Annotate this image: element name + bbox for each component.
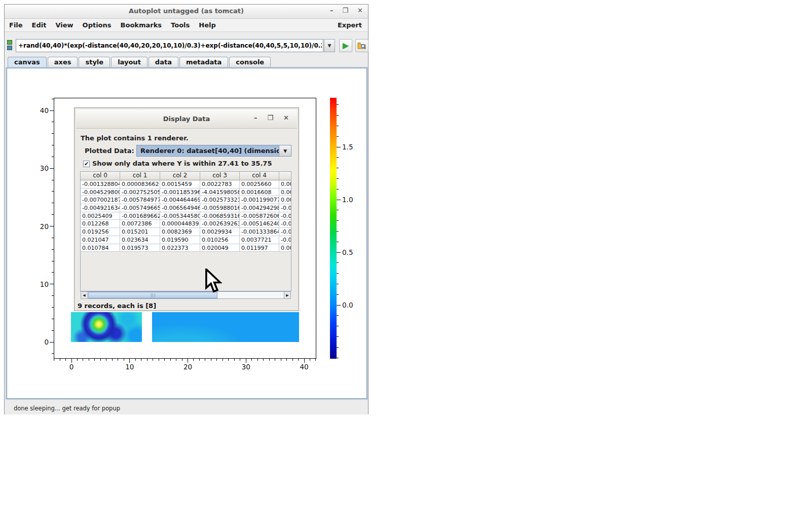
table-cell[interactable]: 0.010784 <box>81 244 120 252</box>
filter-checkbox[interactable]: ✔ <box>83 161 90 167</box>
table-cell[interactable]: 0.00 <box>279 188 291 197</box>
table-cell[interactable]: 0.0025660 <box>240 180 279 188</box>
table-cell[interactable]: 0.020049 <box>200 244 240 252</box>
table-cell[interactable]: 0.000083662 <box>120 180 160 188</box>
table-cell[interactable]: -0.005749665... <box>120 204 160 212</box>
table-header-cell[interactable]: col 3 <box>200 172 240 180</box>
tab-console[interactable]: console <box>229 57 271 67</box>
table-header-cell[interactable] <box>279 172 291 180</box>
table-cell[interactable]: 0.019573 <box>120 244 160 252</box>
tab-data[interactable]: data <box>149 57 178 67</box>
expert-label[interactable]: Expert <box>338 21 362 29</box>
table-cell[interactable]: -0.001333864... <box>240 228 279 236</box>
table-cell[interactable]: 0.000044839 <box>160 220 200 228</box>
table-cell[interactable]: 0.010256 <box>200 236 240 244</box>
tab-layout[interactable]: layout <box>111 57 148 67</box>
table-cell[interactable]: -4.041598058... <box>200 188 240 197</box>
window-titlebar[interactable]: Autoplot untagged (as tomcat) – ❐ ✕ <box>5 5 368 19</box>
tab-style[interactable]: style <box>79 57 110 67</box>
table-cell[interactable]: 0.0037721 <box>240 236 279 244</box>
table-row[interactable]: 0.0107840.0195730.0223730.0200490.011997… <box>81 244 291 252</box>
menu-edit[interactable]: Edit <box>27 21 51 29</box>
table-cell[interactable]: -0.0 <box>279 220 291 228</box>
table-cell[interactable]: 0.0022783 <box>200 180 240 188</box>
table-cell[interactable]: 0.022373 <box>160 244 200 252</box>
table-cell[interactable]: -0.002639263... <box>200 220 240 228</box>
dialog-maximize-icon[interactable]: ❐ <box>267 114 273 122</box>
table-cell[interactable]: -0.005344580... <box>160 212 200 220</box>
table-horizontal-scrollbar[interactable]: ◀ ▶ <box>81 291 291 299</box>
table-cell[interactable]: -0.006859316... <box>200 212 240 220</box>
table-cell[interactable]: 0.019590 <box>160 236 200 244</box>
table-cell[interactable]: -0.004464469... <box>160 196 200 204</box>
plot-canvas[interactable]: 0102030400102030401.51.00.50.0 Display D… <box>6 67 368 400</box>
table-header-cell[interactable]: col 2 <box>160 172 200 180</box>
scrollbar-thumb[interactable] <box>88 292 217 298</box>
table-row[interactable]: -0.007002187...-0.005784977...-0.0044644… <box>81 196 291 204</box>
table-cell[interactable]: 0.015201 <box>120 228 160 236</box>
table-header-cell[interactable]: col 1 <box>120 172 160 180</box>
table-cell[interactable]: -0.005146240... <box>240 220 279 228</box>
table-row[interactable]: -0.001328804...0.0000836620.00154590.002… <box>81 180 291 188</box>
table-cell[interactable]: -0.001328804... <box>81 180 120 188</box>
table-cell[interactable]: -0.0 <box>279 236 291 244</box>
uri-dropdown-icon[interactable]: ▼ <box>324 39 335 52</box>
maximize-icon[interactable]: ❐ <box>342 7 348 14</box>
table-cell[interactable]: -0.004921634... <box>81 204 120 212</box>
uri-input[interactable] <box>16 39 323 52</box>
dialog-titlebar[interactable]: Display Data – ❐ ✕ <box>76 109 297 129</box>
minimize-icon[interactable]: – <box>330 7 334 14</box>
menu-file[interactable]: File <box>5 21 27 29</box>
dialog-close-icon[interactable]: ✕ <box>283 114 289 122</box>
tab-metadata[interactable]: metadata <box>179 57 228 67</box>
table-cell[interactable]: 0.019256 <box>81 228 120 236</box>
menu-tools[interactable]: Tools <box>166 21 194 29</box>
table-cell[interactable]: -0.002573321... <box>200 196 240 204</box>
table-cell[interactable]: 0.0029934 <box>200 228 240 236</box>
table-header-cell[interactable]: col 4 <box>240 172 279 180</box>
table-cell[interactable]: -0.007002187... <box>81 196 120 204</box>
table-cell[interactable]: -0.005784977... <box>120 196 160 204</box>
menu-options[interactable]: Options <box>78 21 116 29</box>
table-cell[interactable]: 0.021047 <box>81 236 120 244</box>
table-cell[interactable]: 0.00 <box>279 196 291 204</box>
table-cell[interactable]: 0.023634 <box>120 236 160 244</box>
inspect-uri-button[interactable] <box>355 39 368 52</box>
table-row[interactable]: 0.0210470.0236340.0195900.0102560.003772… <box>81 236 291 244</box>
table-cell[interactable]: 0.0016608 <box>240 188 279 197</box>
table-cell[interactable]: -0.0 <box>279 212 291 220</box>
table-header-cell[interactable]: col 0 <box>81 172 120 180</box>
table-cell[interactable]: -0.004294298... <box>240 204 279 212</box>
scrollbar-left-icon[interactable]: ◀ <box>81 292 88 298</box>
table-cell[interactable]: 0.0072386 <box>120 220 160 228</box>
combo-dropdown-icon[interactable]: ▼ <box>279 145 291 156</box>
table-row[interactable]: -0.004921634...-0.005749665...-0.0065649… <box>81 204 291 212</box>
table-cell[interactable]: -0.001199077... <box>240 196 279 204</box>
dialog-minimize-icon[interactable]: – <box>254 114 257 122</box>
table-row[interactable]: 0.0025409-0.001689662...-0.005344580...-… <box>81 212 291 220</box>
scrollbar-right-icon[interactable]: ▶ <box>284 292 290 298</box>
table-cell[interactable]: 0.012268 <box>81 220 120 228</box>
menu-help[interactable]: Help <box>194 21 220 29</box>
table-cell[interactable]: 0.0025409 <box>81 212 120 220</box>
table-row[interactable]: 0.0192560.0152010.00823690.0029934-0.001… <box>81 228 291 236</box>
table-cell[interactable]: -0.001185396... <box>160 188 200 197</box>
table-row[interactable]: 0.0122680.00723860.000044839-0.002639263… <box>81 220 291 228</box>
table-cell[interactable]: 0.011997 <box>240 244 279 252</box>
menu-bookmarks[interactable]: Bookmarks <box>116 21 167 29</box>
close-icon[interactable]: ✕ <box>357 7 363 14</box>
table-cell[interactable]: -0.0 <box>279 204 291 212</box>
table-cell[interactable]: -0.006564946... <box>160 204 200 212</box>
go-play-button[interactable]: ▶ <box>339 39 352 52</box>
table-cell[interactable]: 0.0015459 <box>160 180 200 188</box>
table-row[interactable]: -0.004529800...-0.002752505...-0.0011853… <box>81 188 291 197</box>
menu-view[interactable]: View <box>51 21 78 29</box>
table-cell[interactable]: -0.005988016... <box>200 204 240 212</box>
table-cell[interactable]: -0.004529800... <box>81 188 120 197</box>
table-cell[interactable]: -0.005872606... <box>240 212 279 220</box>
tab-axes[interactable]: axes <box>48 57 78 67</box>
table-cell[interactable]: 0.00 <box>279 180 291 188</box>
table-cell[interactable]: -0.002752505... <box>120 188 160 197</box>
tab-canvas[interactable]: canvas <box>8 57 47 67</box>
plotted-data-combobox[interactable]: Renderer 0: dataset[40,40] (dimension...… <box>136 145 291 157</box>
